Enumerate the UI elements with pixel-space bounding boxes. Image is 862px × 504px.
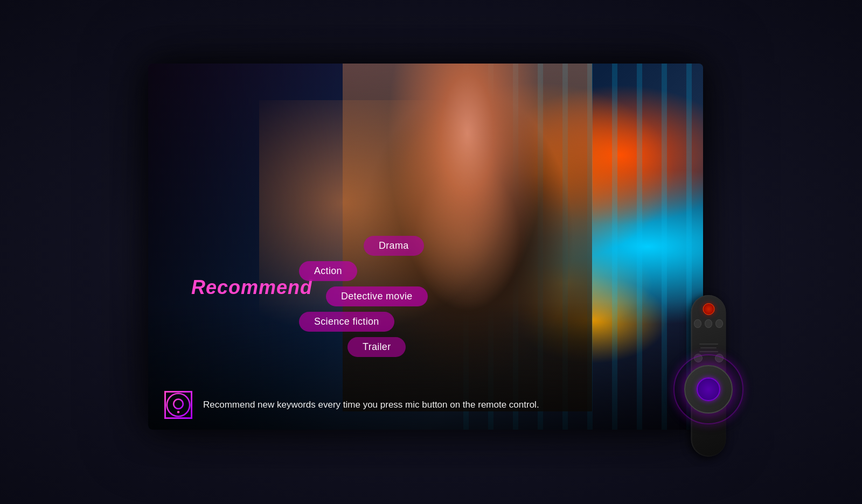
tv-screen: Recommend Drama Action Detective movie S… [148,64,703,430]
remote-top-buttons [694,319,724,328]
remote-btn-3[interactable] [715,319,723,328]
tag-row-drama: Drama [299,236,428,256]
mic-icon [166,391,191,419]
tag-row-trailer: Trailer [299,337,428,357]
power-button[interactable] [703,303,714,315]
remote-grip [697,344,721,352]
tag-drama[interactable]: Drama [364,236,424,256]
remote-btn-1[interactable] [694,319,701,328]
remote-btn-2[interactable] [705,319,712,328]
tag-row-detective: Detective movie [299,286,428,306]
mic-button[interactable] [164,391,192,419]
recommend-label: Recommend [191,276,312,299]
tag-trailer[interactable]: Trailer [347,337,406,357]
tag-science[interactable]: Science fiction [299,312,394,332]
svg-point-2 [177,411,179,413]
tags-area: Drama Action Detective movie Science fic… [299,236,428,357]
bottom-instruction-text: Recommend new keywords every time you pr… [203,398,539,411]
tv-wrapper: Recommend Drama Action Detective movie S… [148,64,714,440]
tag-row-action: Action [299,261,428,281]
remote-control [665,241,752,457]
tag-action[interactable]: Action [299,261,357,281]
nav-center-button[interactable] [697,377,720,401]
tag-row-science: Science fiction [299,312,428,332]
svg-point-1 [173,399,183,409]
bottom-bar: Recommend new keywords every time you pr… [148,380,703,430]
nav-wheel[interactable] [684,365,733,414]
tag-detective[interactable]: Detective movie [326,286,428,306]
